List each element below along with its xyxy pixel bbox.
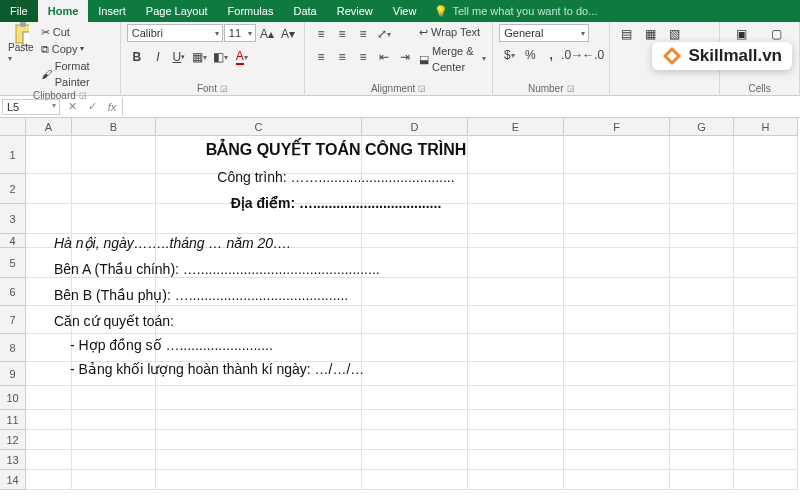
- row-header[interactable]: 11: [0, 410, 26, 430]
- cell[interactable]: [156, 386, 362, 410]
- cell[interactable]: [362, 410, 468, 430]
- number-format-select[interactable]: General: [499, 24, 589, 42]
- comma-button[interactable]: ,: [541, 45, 561, 65]
- cell[interactable]: [72, 450, 156, 470]
- number-launcher[interactable]: ◲: [567, 84, 575, 93]
- cell[interactable]: [362, 430, 468, 450]
- row-header[interactable]: 1: [0, 136, 26, 174]
- row-header[interactable]: 7: [0, 306, 26, 334]
- cut-button[interactable]: ✂Cut: [41, 24, 114, 40]
- cell[interactable]: [468, 450, 564, 470]
- row-header[interactable]: 9: [0, 362, 26, 386]
- column-header[interactable]: B: [72, 118, 156, 136]
- column-header[interactable]: A: [26, 118, 72, 136]
- row-header[interactable]: 14: [0, 470, 26, 490]
- align-right-button[interactable]: ≡: [353, 47, 373, 67]
- formula-enter-button[interactable]: ✓: [82, 100, 102, 113]
- select-all-corner[interactable]: [0, 118, 26, 136]
- cell[interactable]: [564, 470, 670, 490]
- cell[interactable]: [670, 306, 734, 334]
- row-header[interactable]: 6: [0, 278, 26, 306]
- cell[interactable]: [734, 174, 798, 204]
- cell[interactable]: [670, 362, 734, 386]
- cell[interactable]: [670, 386, 734, 410]
- accounting-format-button[interactable]: $: [499, 45, 519, 65]
- cell[interactable]: [26, 470, 72, 490]
- row-header[interactable]: 10: [0, 386, 26, 410]
- decrease-indent-button[interactable]: ⇤: [374, 47, 394, 67]
- row-header[interactable]: 4: [0, 234, 26, 248]
- percent-button[interactable]: %: [520, 45, 540, 65]
- row-header[interactable]: 2: [0, 174, 26, 204]
- tab-review[interactable]: Review: [327, 0, 383, 22]
- cell[interactable]: [670, 174, 734, 204]
- cell[interactable]: [734, 204, 798, 234]
- column-header[interactable]: E: [468, 118, 564, 136]
- fill-color-button[interactable]: ◧: [211, 47, 231, 67]
- formula-cancel-button[interactable]: ✕: [62, 100, 82, 113]
- tab-file[interactable]: File: [0, 0, 38, 22]
- cell[interactable]: [362, 450, 468, 470]
- bold-button[interactable]: B: [127, 47, 147, 67]
- font-color-button[interactable]: A: [232, 47, 252, 67]
- clipboard-launcher[interactable]: ◲: [79, 91, 87, 100]
- cell[interactable]: [670, 136, 734, 174]
- copy-button[interactable]: ⧉Copy▾: [41, 41, 114, 57]
- font-size-select[interactable]: 11: [224, 24, 256, 42]
- decrease-font-button[interactable]: A▾: [278, 24, 298, 44]
- alignment-launcher[interactable]: ◲: [418, 84, 426, 93]
- cell[interactable]: [72, 470, 156, 490]
- cell[interactable]: [72, 410, 156, 430]
- cell[interactable]: [734, 278, 798, 306]
- tab-page-layout[interactable]: Page Layout: [136, 0, 218, 22]
- fx-button[interactable]: fx: [102, 101, 122, 113]
- cell[interactable]: [468, 410, 564, 430]
- cell[interactable]: [734, 334, 798, 362]
- cell[interactable]: [734, 410, 798, 430]
- tab-home[interactable]: Home: [38, 0, 89, 22]
- column-header[interactable]: C: [156, 118, 362, 136]
- cell[interactable]: [468, 430, 564, 450]
- cell[interactable]: [670, 248, 734, 278]
- align-middle-button[interactable]: ≡: [332, 24, 352, 44]
- font-launcher[interactable]: ◲: [220, 84, 228, 93]
- cell[interactable]: [26, 430, 72, 450]
- tab-insert[interactable]: Insert: [88, 0, 136, 22]
- cell[interactable]: [468, 386, 564, 410]
- cell[interactable]: [26, 386, 72, 410]
- cell[interactable]: [564, 430, 670, 450]
- cell[interactable]: [670, 470, 734, 490]
- row-header[interactable]: 3: [0, 204, 26, 234]
- cell[interactable]: [670, 204, 734, 234]
- align-bottom-button[interactable]: ≡: [353, 24, 373, 44]
- cell[interactable]: [468, 470, 564, 490]
- cell[interactable]: [362, 470, 468, 490]
- tab-formulas[interactable]: Formulas: [218, 0, 284, 22]
- format-table-button[interactable]: ▦: [640, 24, 660, 44]
- row-header[interactable]: 5: [0, 248, 26, 278]
- column-header[interactable]: F: [564, 118, 670, 136]
- conditional-formatting-button[interactable]: ▤: [616, 24, 636, 44]
- paste-button[interactable]: Paste: [6, 24, 37, 65]
- cell[interactable]: [670, 334, 734, 362]
- tab-view[interactable]: View: [383, 0, 427, 22]
- orientation-button[interactable]: ⤢: [374, 24, 394, 44]
- cell[interactable]: [156, 410, 362, 430]
- cell[interactable]: [734, 386, 798, 410]
- cell[interactable]: [734, 136, 798, 174]
- underline-button[interactable]: U▾: [169, 47, 189, 67]
- cell[interactable]: [734, 362, 798, 386]
- cell[interactable]: [670, 430, 734, 450]
- column-header[interactable]: D: [362, 118, 468, 136]
- cell[interactable]: [670, 278, 734, 306]
- font-name-select[interactable]: Calibri: [127, 24, 223, 42]
- cell[interactable]: [734, 470, 798, 490]
- cell[interactable]: [564, 386, 670, 410]
- wrap-text-button[interactable]: ↩Wrap Text: [419, 24, 486, 40]
- cell[interactable]: [156, 470, 362, 490]
- row-header[interactable]: 13: [0, 450, 26, 470]
- name-box[interactable]: L5: [2, 99, 60, 115]
- cell[interactable]: [156, 430, 362, 450]
- italic-button[interactable]: I: [148, 47, 168, 67]
- cell-styles-button[interactable]: ▧: [664, 24, 684, 44]
